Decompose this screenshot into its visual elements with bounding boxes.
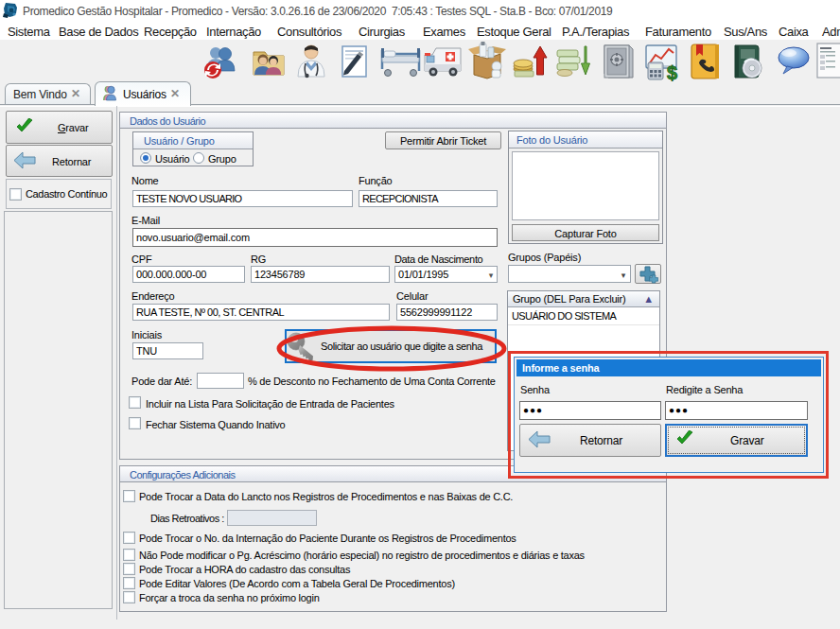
svg-text:$: $ <box>667 62 677 81</box>
